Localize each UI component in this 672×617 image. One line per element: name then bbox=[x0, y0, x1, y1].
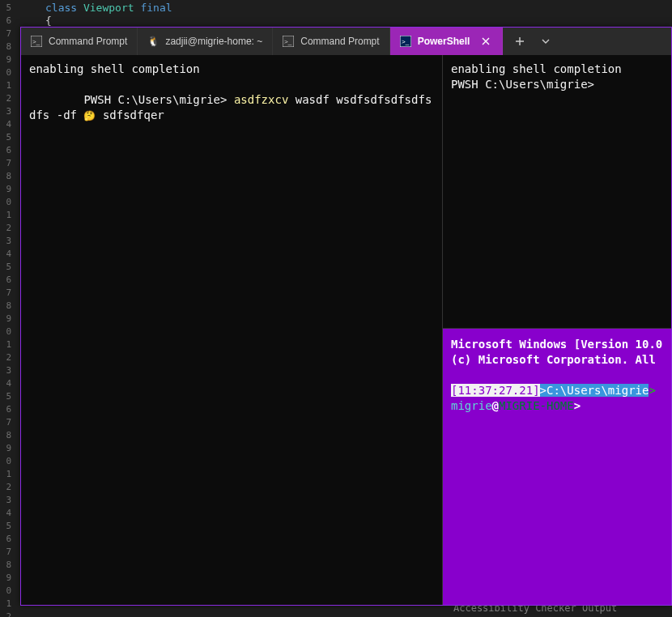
tab-powershell[interactable]: >_ PowerShell bbox=[390, 28, 504, 55]
code-keyword-class: class bbox=[45, 2, 77, 14]
new-tab-button[interactable] bbox=[508, 29, 532, 53]
cmd-icon: >_ bbox=[283, 36, 294, 47]
tab-command-prompt-1[interactable]: >_ Command Prompt bbox=[21, 28, 138, 55]
svg-text:>_: >_ bbox=[402, 38, 410, 45]
prompt-line-1: [11:37:27.21]>C:\Users\migrie> bbox=[451, 383, 663, 398]
tab-label: zadjii@migrie-home: ~ bbox=[165, 36, 262, 47]
svg-text:>_: >_ bbox=[32, 38, 40, 45]
powershell-icon: >_ bbox=[400, 36, 411, 47]
tab-dropdown-button[interactable] bbox=[534, 29, 558, 53]
line-number-gutter: 5678901234567890123456789012345678901234… bbox=[0, 0, 11, 617]
pane-right-top-pwsh[interactable]: enabling shell completion PWSH C:\Users\… bbox=[443, 55, 671, 329]
tab-label: PowerShell bbox=[418, 36, 470, 47]
tab-controls bbox=[508, 29, 558, 53]
terminal-window: >_ Command Prompt 🐧 zadjii@migrie-home: … bbox=[20, 27, 672, 606]
prompt-line: PWSH C:\Users\migrie> asdfzxcv wasdf wsd… bbox=[29, 77, 434, 139]
code-brace: { bbox=[45, 15, 52, 27]
terminal-panes: enabling shell completion PWSH C:\Users\… bbox=[21, 55, 671, 605]
svg-text:>_: >_ bbox=[284, 38, 292, 45]
tab-label: Command Prompt bbox=[300, 36, 379, 47]
prompt-line: PWSH C:\Users\migrie> bbox=[451, 77, 663, 92]
tab-wsl[interactable]: 🐧 zadjii@migrie-home: ~ bbox=[138, 28, 273, 55]
pane-right-column: enabling shell completion PWSH C:\Users\… bbox=[443, 55, 671, 605]
tux-icon: 🐧 bbox=[147, 36, 159, 47]
background-code-snippet: class Viewport final { bbox=[45, 2, 172, 28]
tab-command-prompt-2[interactable]: >_ Command Prompt bbox=[273, 28, 389, 55]
prompt-line-2: migrie@MIGRIE-HOME> bbox=[451, 398, 663, 414]
cmd-icon: >_ bbox=[31, 36, 42, 47]
thinking-emoji-icon: 🤔 bbox=[83, 110, 96, 121]
version-line: Microsoft Windows [Version 10.0 bbox=[451, 337, 663, 352]
code-keyword-final: final bbox=[140, 2, 172, 14]
code-type-viewport: Viewport bbox=[83, 2, 134, 14]
output-line: enabling shell completion bbox=[451, 62, 663, 77]
tab-bar: >_ Command Prompt 🐧 zadjii@migrie-home: … bbox=[21, 28, 671, 55]
pane-right-bottom-cmd[interactable]: Microsoft Windows [Version 10.0 (c) Micr… bbox=[443, 329, 671, 605]
copyright-line: (c) Microsoft Corporation. All bbox=[451, 352, 663, 368]
close-icon[interactable] bbox=[479, 35, 492, 48]
output-line: enabling shell completion bbox=[29, 62, 434, 77]
pane-left-pwsh[interactable]: enabling shell completion PWSH C:\Users\… bbox=[21, 55, 443, 605]
tab-label: Command Prompt bbox=[49, 36, 127, 47]
